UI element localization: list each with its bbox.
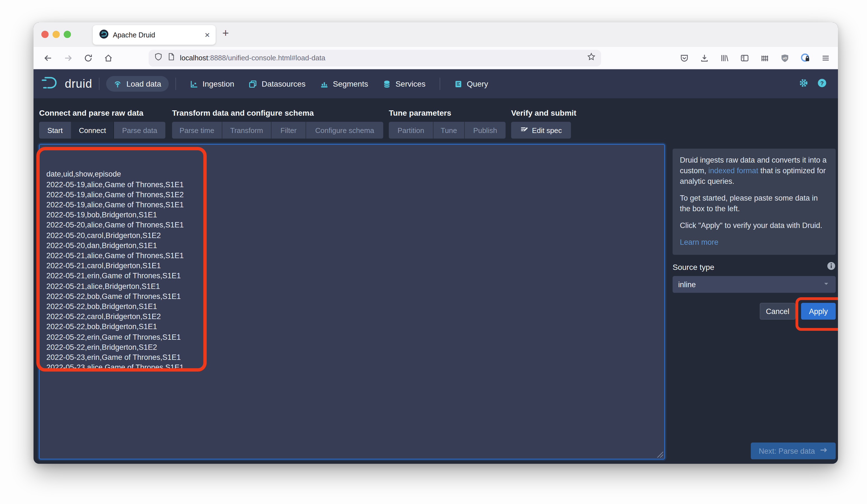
nav-item-label: Load data [126, 79, 161, 88]
forward-icon[interactable] [64, 53, 73, 62]
resize-grip[interactable] [656, 451, 663, 458]
step-button-connect[interactable]: Connect [72, 122, 114, 139]
cancel-button[interactable]: Cancel [760, 303, 795, 320]
nav-item-datasources[interactable]: Datasources [242, 76, 313, 92]
ublock-origin-icon[interactable]: uO [780, 53, 789, 62]
browser-toolbar: localhost:8888/unified-console.html#load… [33, 47, 838, 69]
tracking-protection-shield-icon[interactable] [154, 53, 162, 63]
svg-text:uO: uO [783, 56, 787, 60]
url-host: localhost [180, 54, 208, 62]
step-button-publish[interactable]: Publish [465, 122, 505, 139]
step-button-configure-schema[interactable]: Configure schema [306, 122, 383, 139]
info-callout: Druid ingests raw data and converts it i… [673, 149, 836, 255]
url-path: :8888/unified-console.html#load-data [208, 54, 325, 62]
ingestion-icon [190, 79, 198, 88]
datasources-icon [249, 79, 257, 88]
browser-tab-strip: Apache Druid ✕ + [33, 22, 838, 47]
sidebars-icon[interactable] [740, 53, 749, 62]
nav-item-label: Query [467, 79, 488, 88]
indexed-format-link[interactable]: indexed format [708, 167, 758, 175]
reload-icon[interactable] [84, 53, 93, 62]
nav-item-label: Datasources [262, 79, 306, 88]
privacy-lock-icon[interactable] [801, 53, 810, 63]
query-icon [454, 79, 462, 88]
browser-tab-apache-druid[interactable]: Apache Druid ✕ [93, 25, 216, 45]
browser-window: Apache Druid ✕ + localhost:8888/unified-… [33, 22, 838, 464]
step-button-parse-time[interactable]: Parse time [172, 122, 222, 139]
back-icon[interactable] [44, 53, 53, 62]
next-button-label: Next: Parse data [759, 447, 815, 455]
url-text[interactable]: localhost:8888/unified-console.html#load… [180, 54, 583, 62]
step-button-group: Partition Tune Publish [389, 122, 505, 139]
druid-favicon-icon [99, 29, 108, 41]
inline-data-text: date,uid,show,episode 2022-05-19,alice,G… [46, 170, 657, 373]
url-bar[interactable]: localhost:8888/unified-console.html#load… [149, 50, 601, 66]
screenshot-stage: Apache Druid ✕ + localhost:8888/unified-… [0, 0, 867, 504]
navbar-divider [175, 78, 176, 90]
druid-logo-icon [41, 75, 60, 92]
save-to-pocket-icon[interactable] [680, 53, 689, 62]
druid-brand-label: druid [65, 77, 92, 90]
step-button-group: Parse time Transform Filter Configure sc… [172, 122, 383, 139]
learn-more-link[interactable]: Learn more [680, 238, 718, 246]
containers-fence-icon[interactable] [760, 53, 769, 62]
new-tab-button[interactable]: + [222, 27, 229, 40]
traffic-light-minimize[interactable] [53, 31, 60, 38]
segments-icon [320, 79, 329, 88]
menu-icon[interactable] [821, 53, 830, 62]
bookmark-star-icon[interactable] [587, 53, 596, 63]
step-button-parse-data[interactable]: Parse data [114, 122, 165, 139]
nav-item-label: Ingestion [203, 79, 234, 88]
chevron-down-icon [822, 280, 830, 289]
help-icon[interactable]: ? [817, 78, 827, 90]
tab-close-icon[interactable]: ✕ [204, 32, 210, 38]
druid-brand[interactable]: druid [41, 75, 92, 92]
step-button-tune[interactable]: Tune [434, 122, 465, 139]
nav-item-label: Services [396, 79, 425, 88]
page-info-icon[interactable] [167, 53, 175, 63]
next-parse-data-button[interactable]: Next: Parse data [751, 442, 836, 459]
nav-item-label: Segments [333, 79, 368, 88]
source-type-label: Source type [673, 262, 714, 271]
traffic-light-close[interactable] [41, 31, 49, 38]
edit-spec-icon [520, 126, 528, 135]
nav-item-segments[interactable]: Segments [313, 76, 375, 92]
tab-title: Apache Druid [113, 31, 204, 39]
step-button-group: Start Connect Parse data [39, 122, 165, 139]
apply-button[interactable]: Apply [801, 303, 836, 320]
library-icon[interactable] [720, 53, 729, 62]
step-button-partition[interactable]: Partition [389, 122, 434, 139]
step-button-label: Edit spec [532, 126, 562, 135]
callout-paragraph: Click "Apply" to verify your data with D… [680, 220, 828, 231]
navbar-divider [99, 78, 99, 90]
step-button-transform[interactable]: Transform [222, 122, 271, 139]
nav-item-ingestion[interactable]: Ingestion [182, 76, 242, 92]
browser-extension-icons: uO [680, 53, 838, 63]
traffic-light-zoom[interactable] [64, 31, 71, 38]
callout-paragraph: Druid ingests raw data and converts it i… [680, 155, 828, 186]
nav-item-services[interactable]: Services [375, 76, 433, 92]
arrow-right-icon [820, 446, 828, 456]
browser-nav-buttons [33, 53, 113, 62]
inline-data-textarea[interactable]: date,uid,show,episode 2022-05-19,alice,G… [39, 144, 665, 459]
step-button-group: Edit spec [511, 122, 571, 139]
nav-item-query[interactable]: Query [447, 76, 495, 92]
load-data-view: Connect and parse raw data Transform dat… [33, 98, 838, 464]
nav-item-load-data[interactable]: Load data [106, 76, 169, 92]
info-icon[interactable] [827, 261, 836, 273]
callout-paragraph: To get started, please paste some data i… [680, 193, 828, 214]
gear-icon[interactable] [799, 78, 809, 90]
downloads-icon[interactable] [700, 53, 709, 62]
step-button-start[interactable]: Start [39, 122, 72, 139]
step-group-title: Connect and parse raw data [39, 108, 143, 117]
source-type-value: inline [678, 280, 696, 289]
step-button-filter[interactable]: Filter [271, 122, 306, 139]
step-button-edit-spec[interactable]: Edit spec [511, 122, 571, 139]
home-icon[interactable] [104, 53, 113, 62]
druid-navbar: druid Load data Ingestion Datasources Se… [33, 69, 838, 98]
source-type-select[interactable]: inline [673, 276, 836, 293]
step-group-title: Verify and submit [511, 108, 576, 117]
navbar-divider [439, 78, 440, 90]
step-group-title: Tune parameters [389, 108, 451, 117]
navbar-right-actions: ? [799, 78, 830, 90]
